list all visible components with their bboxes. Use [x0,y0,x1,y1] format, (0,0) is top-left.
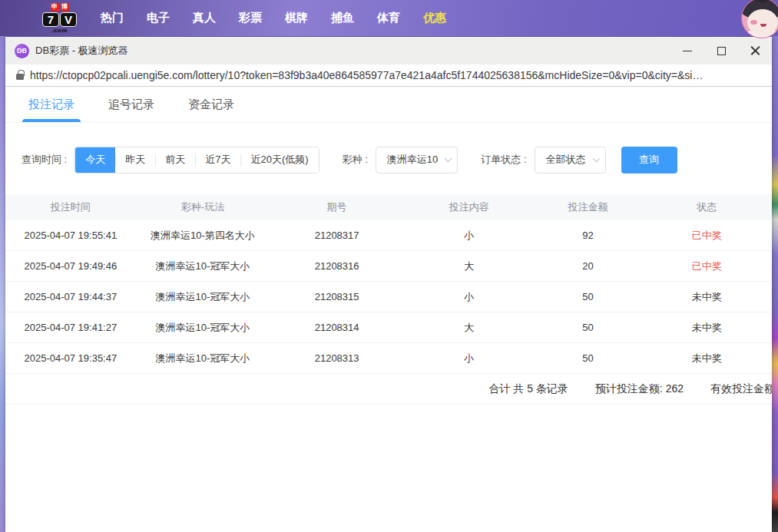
table-row: 2025-04-07 19:35:47 澳洲幸运10-冠军大小 21208313… [5,343,772,374]
chevron-down-icon [592,154,600,162]
nav-item-hot[interactable]: 热门 [89,11,135,25]
col-status: 状态 [641,200,772,214]
user-avatar[interactable] [741,0,778,38]
table-summary-row: 合计 共 5 条记录 预计投注金额: 262 有效投注金额 [5,374,772,405]
status-filter-label: 订单状态 : [481,153,526,167]
cell-issue: 21208314 [270,322,404,333]
status-badge: 未中奖 [641,290,772,304]
minimize-button[interactable] [670,37,704,64]
chevron-down-icon [445,154,452,162]
url-field[interactable]: https://ctopcp02pcali.uengi5e.com/lotter… [30,69,703,81]
cell-bet-content: 小 [404,352,535,365]
query-button[interactable]: 查询 [621,147,677,173]
col-bet-amount: 投注金额 [535,200,642,214]
order-status-select[interactable]: 全部状态 [535,147,606,173]
lottery-filter-label: 彩种 : [343,153,368,167]
tab-fund-records[interactable]: 资金记录 [188,87,234,122]
cell-bet-amount: 20 [535,260,642,272]
cell-bet-amount: 50 [535,322,642,333]
cell-bet-amount: 50 [535,352,642,364]
time-option-yesterday[interactable]: 昨天 [115,147,155,173]
cell-game-play: 澳洲幸运10-冠军大小 [136,259,270,273]
window-title: DB彩票 - 极速浏览器 [35,44,128,58]
col-issue: 期号 [270,200,404,214]
status-badge: 未中奖 [641,321,772,335]
time-option-7days[interactable]: 近7天 [195,147,240,173]
window-controls [670,37,772,64]
nav-item-chess[interactable]: 棋牌 [273,11,319,25]
cell-bet-content: 小 [404,290,535,304]
cell-game-play: 澳洲幸运10-第四名大小 [136,229,270,243]
top-nav-bar: 申 博 7 V .com 热门 电子 真人 彩票 棋牌 捕鱼 体育 优惠 [0,0,778,36]
top-nav-items: 热门 电子 真人 彩票 棋牌 捕鱼 体育 优惠 [89,11,458,25]
cell-issue: 21208315 [270,291,404,302]
tab-bet-records[interactable]: 投注记录 [28,87,74,122]
close-icon [750,46,760,56]
time-range-group: 今天 昨天 前天 近7天 近20天(低频) [74,147,319,173]
cell-issue: 21208313 [270,352,404,364]
avatar-blush [750,20,757,25]
logo-7: 7 [42,12,59,27]
cell-bet-content: 大 [404,321,535,335]
time-option-day-before[interactable]: 前天 [155,147,195,173]
nav-item-sports[interactable]: 体育 [366,11,412,25]
summary-valid-amount: 有效投注金额 [710,382,772,396]
maximize-button[interactable] [704,37,738,64]
lottery-select[interactable]: 澳洲幸运10 [376,147,458,173]
table-row: 2025-04-07 19:44:37 澳洲幸运10-冠军大小 21208315… [5,282,772,312]
nav-item-slots[interactable]: 电子 [135,11,181,25]
cell-bet-time: 2025-04-07 19:55:41 [5,230,136,241]
logo-badges: 申 博 [51,3,69,12]
time-option-20days[interactable]: 近20天(低频) [240,147,318,173]
status-badge: 已中奖 [641,259,772,273]
logo-7v: 7 V [42,12,77,27]
page-behind-right-edge [772,36,778,532]
col-bet-time: 投注时间 [5,200,136,214]
status-select-value: 全部状态 [546,153,586,167]
nav-item-fishing[interactable]: 捕鱼 [319,11,366,25]
page-behind-left-edge [0,36,5,532]
cell-bet-content: 小 [404,229,535,243]
cell-bet-time: 2025-04-07 19:44:37 [5,291,136,302]
cell-game-play: 澳洲幸运10-冠军大小 [136,290,270,304]
table-row: 2025-04-07 19:49:46 澳洲幸运10-冠军大小 21208316… [5,251,772,282]
bet-records-table: 投注时间 彩种-玩法 期号 投注内容 投注金额 状态 2025-04-07 19… [5,194,772,405]
cell-bet-time: 2025-04-07 19:49:46 [5,260,136,272]
page-content: 投注记录 追号记录 资金记录 查询时间 : 今天 昨天 前天 近7天 近20天(… [5,87,772,532]
nav-item-lottery[interactable]: 彩票 [227,11,273,25]
logo-badge-2: 博 [61,3,69,12]
nav-item-live[interactable]: 真人 [181,11,227,25]
browser-titlebar[interactable]: DB DB彩票 - 极速浏览器 [5,37,772,64]
cell-issue: 21208317 [270,230,404,241]
table-row: 2025-04-07 19:55:41 澳洲幸运10-第四名大小 2120831… [5,220,772,251]
cell-bet-content: 大 [404,259,535,273]
col-game-play: 彩种-玩法 [136,200,270,214]
db-app-icon: DB [15,44,29,58]
time-filter-label: 查询时间 : [22,153,67,167]
cell-game-play: 澳洲幸运10-冠军大小 [136,321,270,335]
cell-bet-time: 2025-04-07 19:35:47 [5,352,136,364]
site-logo[interactable]: 申 博 7 V .com [42,3,77,34]
logo-v: V [60,12,77,27]
summary-expected-amount: 预计投注金额: 262 [595,382,684,396]
nav-item-promo[interactable]: 优惠 [412,11,458,25]
lock-icon [16,74,24,80]
cell-game-play: 澳洲幸运10-冠军大小 [136,352,270,365]
browser-urlbar: https://ctopcp02pcali.uengi5e.com/lotter… [5,64,772,87]
cell-bet-amount: 92 [535,230,642,241]
close-button[interactable] [738,37,772,64]
status-badge: 已中奖 [641,229,772,243]
summary-total-records: 合计 共 5 条记录 [488,382,568,396]
status-badge: 未中奖 [641,352,772,365]
tab-chase-records[interactable]: 追号记录 [108,87,154,122]
cell-issue: 21208316 [270,260,404,272]
browser-window: DB DB彩票 - 极速浏览器 https://ctopcp02pcali.ue… [5,37,772,532]
cell-bet-amount: 50 [535,291,642,302]
minimize-icon [683,51,692,51]
col-bet-content: 投注内容 [404,200,535,214]
time-option-today[interactable]: 今天 [75,147,115,173]
logo-badge-1: 申 [51,3,59,12]
logo-com: .com [51,28,68,34]
table-header-row: 投注时间 彩种-玩法 期号 投注内容 投注金额 状态 [5,194,772,220]
table-row: 2025-04-07 19:41:27 澳洲幸运10-冠军大小 21208314… [5,312,772,343]
